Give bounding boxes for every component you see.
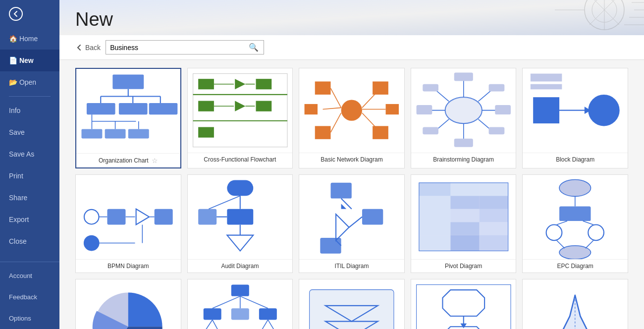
template-thumb-bpmn bbox=[76, 175, 181, 259]
svg-point-123 bbox=[589, 225, 604, 241]
template-card-pivot[interactable]: Pivot Diagram bbox=[411, 174, 517, 273]
template-thumb-pivot bbox=[411, 175, 516, 259]
svg-rect-68 bbox=[488, 84, 504, 92]
sidebar-item-share[interactable]: Share bbox=[0, 187, 59, 209]
sidebar-item-feedback[interactable]: Feedback bbox=[0, 286, 59, 308]
sidebar-divider bbox=[9, 96, 51, 97]
template-card-tree[interactable]: Tree Diagram bbox=[187, 279, 293, 329]
template-label-audit: Audit Diagram bbox=[188, 259, 293, 273]
template-thumb-tree bbox=[188, 279, 293, 329]
sidebar-item-account[interactable]: Account bbox=[0, 265, 59, 286]
sidebar-item-print[interactable]: Print bbox=[0, 165, 59, 187]
template-card-display[interactable]: Display Diagram bbox=[299, 279, 405, 329]
svg-rect-132 bbox=[203, 309, 221, 320]
svg-rect-71 bbox=[423, 127, 438, 135]
sidebar-item-save-as[interactable]: Save As bbox=[0, 143, 59, 165]
svg-line-139 bbox=[212, 296, 240, 308]
search-input[interactable] bbox=[110, 44, 249, 52]
svg-rect-109 bbox=[419, 209, 450, 222]
svg-rect-65 bbox=[416, 105, 432, 114]
template-thumb-display bbox=[299, 279, 404, 329]
sidebar-back-button[interactable] bbox=[0, 0, 59, 28]
svg-rect-105 bbox=[419, 183, 450, 196]
new-icon: 📄 bbox=[9, 56, 19, 64]
template-thumb-audit bbox=[188, 175, 293, 259]
svg-rect-45 bbox=[373, 126, 388, 139]
svg-rect-110 bbox=[419, 222, 450, 235]
svg-marker-156 bbox=[460, 324, 467, 329]
template-label-epc: EPC Diagram bbox=[523, 259, 628, 273]
main-content: New Back 🔍 bbox=[59, 0, 644, 329]
template-card-epc[interactable]: EPC Diagram bbox=[522, 174, 628, 273]
svg-rect-89 bbox=[227, 209, 253, 225]
sidebar-bottom: Account Feedback Options bbox=[0, 262, 59, 329]
search-icon[interactable]: 🔍 bbox=[249, 43, 259, 52]
star-icon[interactable]: ☆ bbox=[152, 157, 158, 164]
template-card-bpmn[interactable]: BPMN Diagram bbox=[75, 174, 181, 273]
template-card-bell[interactable]: Marketing Diagram bbox=[522, 279, 628, 329]
template-label-basic-network: Basic Network Diagram bbox=[299, 153, 404, 166]
sidebar-item-info[interactable]: Info bbox=[0, 100, 59, 121]
template-card-audit[interactable]: Audit Diagram bbox=[187, 174, 293, 273]
svg-rect-13 bbox=[149, 103, 178, 114]
svg-rect-46 bbox=[305, 104, 318, 114]
svg-rect-77 bbox=[531, 84, 562, 90]
template-card-pie[interactable]: Pie Chart bbox=[75, 279, 181, 329]
sidebar-item-options[interactable]: Options bbox=[0, 308, 59, 329]
svg-rect-44 bbox=[315, 126, 331, 139]
main-header: New bbox=[59, 0, 644, 35]
back-button[interactable]: Back bbox=[75, 44, 101, 52]
template-thumb-sdl bbox=[411, 279, 516, 329]
svg-rect-112 bbox=[450, 196, 479, 209]
svg-line-48 bbox=[331, 89, 341, 108]
svg-rect-11 bbox=[87, 103, 115, 114]
svg-rect-76 bbox=[531, 74, 562, 82]
sidebar: 🏠 Home 📄 New 📂 Open Info Save Save As Pr… bbox=[0, 0, 59, 329]
template-thumb-org-chart bbox=[76, 69, 180, 153]
template-card-org-chart[interactable]: Organization Chart☆ bbox=[75, 68, 181, 168]
template-area: Organization Chart☆ Cross-Functional Flo… bbox=[59, 60, 644, 329]
svg-point-120 bbox=[559, 180, 590, 197]
svg-rect-115 bbox=[479, 209, 508, 222]
svg-point-41 bbox=[341, 100, 362, 121]
svg-rect-12 bbox=[119, 103, 148, 114]
svg-rect-69 bbox=[423, 84, 438, 92]
svg-marker-80 bbox=[136, 209, 149, 225]
svg-rect-66 bbox=[454, 73, 473, 81]
search-box: 🔍 bbox=[106, 40, 264, 55]
svg-marker-153 bbox=[442, 290, 484, 317]
svg-rect-72 bbox=[534, 98, 560, 124]
template-thumb-bell bbox=[523, 279, 628, 329]
sidebar-item-open[interactable]: 📂 Open bbox=[0, 71, 59, 93]
svg-rect-81 bbox=[155, 209, 173, 225]
template-card-sdl[interactable]: SDL Diagram bbox=[411, 279, 517, 329]
header-decoration bbox=[446, 0, 644, 35]
svg-line-51 bbox=[362, 89, 380, 108]
svg-marker-98 bbox=[336, 215, 349, 241]
template-label-org-chart: Organization Chart☆ bbox=[76, 153, 180, 167]
template-card-itil[interactable]: ITIL Diagram bbox=[299, 174, 405, 273]
template-card-block-diagram[interactable]: Block Diagram bbox=[522, 68, 628, 168]
svg-rect-99 bbox=[321, 238, 341, 254]
template-card-brainstorming[interactable]: Brainstorming Diagram bbox=[411, 68, 517, 168]
sidebar-item-save[interactable]: Save bbox=[0, 121, 59, 143]
sidebar-item-new[interactable]: 📄 New bbox=[0, 50, 59, 71]
svg-rect-67 bbox=[454, 139, 473, 147]
svg-rect-147 bbox=[310, 290, 393, 329]
sidebar-item-close[interactable]: Close bbox=[0, 230, 59, 252]
svg-rect-94 bbox=[198, 209, 216, 225]
svg-rect-113 bbox=[479, 196, 508, 209]
sidebar-item-home[interactable]: 🏠 Home bbox=[0, 28, 59, 50]
sidebar-item-export[interactable]: Export bbox=[0, 209, 59, 230]
svg-point-122 bbox=[546, 225, 562, 241]
template-card-cross-functional[interactable]: Cross-Functional Flowchart bbox=[187, 68, 293, 168]
svg-rect-32 bbox=[256, 79, 271, 90]
back-circle-icon bbox=[9, 7, 23, 21]
svg-rect-119 bbox=[479, 235, 508, 251]
svg-line-49 bbox=[323, 108, 341, 110]
svg-rect-106 bbox=[450, 183, 479, 196]
template-thumb-cross-functional bbox=[188, 68, 293, 153]
template-card-basic-network[interactable]: Basic Network Diagram bbox=[299, 68, 405, 168]
template-label-pivot: Pivot Diagram bbox=[411, 259, 516, 273]
svg-line-143 bbox=[212, 320, 221, 329]
